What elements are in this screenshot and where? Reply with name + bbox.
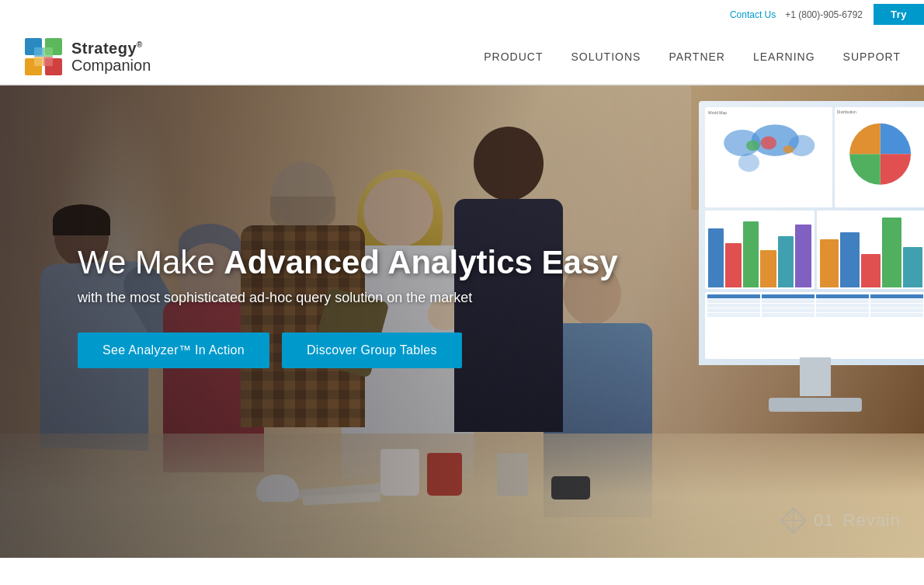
svg-rect-4 [34,47,43,57]
hero-subtitle: with the most sophisticated ad-hoc query… [78,288,575,308]
nav-item-partner[interactable]: PARTNER [669,50,725,64]
try-button[interactable]: Try [874,4,924,25]
logo-line1: Strategy® [71,40,151,57]
hero-title: We Make Advanced Analytics Easy [78,244,637,281]
nav-item-solutions[interactable]: SOLUTIONS [571,50,641,64]
logo-line2: Companion [71,57,151,74]
svg-rect-6 [34,57,43,66]
revain-icon [780,507,808,535]
logo-text: Strategy® Companion [71,40,151,74]
see-analyzer-button[interactable]: See Analyzer™ In Action [78,333,269,368]
nav-item-support[interactable]: SUPPORT [843,50,901,64]
top-bar: Contact Us +1 (800)-905-6792 Try [0,0,924,29]
logo-icon [23,37,64,77]
navbar: Strategy® Companion PRODUCT SOLUTIONS PA… [0,29,924,85]
revain-text: 01 Revain [814,510,901,531]
hero-section: World Map [0,85,924,558]
nav-item-learning[interactable]: LEARNING [753,50,815,64]
phone-number: +1 (800)-905-6792 [785,9,863,20]
revain-watermark: 01 Revain [780,507,901,535]
hero-content: We Make Advanced Analytics Easy with the… [0,85,924,558]
nav-links: PRODUCT SOLUTIONS PARTNER LEARNING SUPPO… [484,50,901,64]
contact-us-link[interactable]: Contact Us [730,9,776,20]
nav-item-product[interactable]: PRODUCT [484,50,543,64]
svg-rect-5 [43,47,53,57]
discover-group-tables-button[interactable]: Discover Group Tables [282,333,462,368]
logo[interactable]: Strategy® Companion [23,37,151,77]
hero-buttons: See Analyzer™ In Action Discover Group T… [78,333,924,368]
svg-rect-7 [43,57,53,66]
